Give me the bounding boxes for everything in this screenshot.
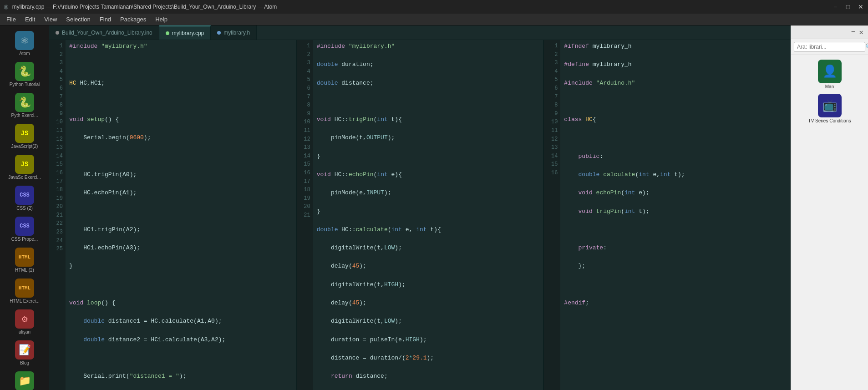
right-sidebar-close-button[interactable]: ✕ <box>857 28 865 37</box>
tab-dot-cpp <box>166 31 169 35</box>
menu-help[interactable]: Help <box>151 15 172 24</box>
rs-icon-tv[interactable]: 📺 TV Series Conditions <box>808 94 851 123</box>
search-input[interactable] <box>797 44 865 50</box>
tab-label-h: mylibrary.h <box>223 30 250 36</box>
right-sidebar-top: − ✕ <box>791 25 868 39</box>
rs-icon-man[interactable]: 👤 Man <box>818 60 842 89</box>
sidebar-item-blog[interactable]: 📝 Blog <box>4 339 45 368</box>
line-numbers-h: 123 456 789 101112 131415 16 <box>544 40 560 390</box>
don-icon: 📁 <box>15 371 34 390</box>
main: ⚛ Atom 🐍 Python Tutorial 🐍 Pyth Exerci..… <box>0 25 868 390</box>
editor-panel-h: 123 456 789 101112 131415 16 #ifndef myl… <box>544 40 791 390</box>
tab-label-ino: Build_Your_Own_Arduino_Library.ino <box>62 30 152 36</box>
menu-packages[interactable]: Packages <box>116 15 151 24</box>
code-area-h[interactable]: 123 456 789 101112 131415 16 #ifndef myl… <box>544 40 791 390</box>
editor-panel-ino: 123 456 789 101112 131415 161718 192021 … <box>49 40 297 390</box>
code-area-ino[interactable]: 123 456 789 101112 131415 161718 192021 … <box>49 40 296 390</box>
sidebar-item-don[interactable]: 📁 Don... <box>4 370 45 390</box>
css-prope-icon: CSS <box>15 217 34 236</box>
sidebar-label-css2: CSS (2) <box>16 206 33 211</box>
sidebar-item-python-tutorial[interactable]: 🐍 Python Tutorial <box>4 60 45 89</box>
editor-panels: 123 456 789 101112 131415 161718 192021 … <box>49 40 791 390</box>
js-exerci-icon: JS <box>15 155 34 174</box>
close-button[interactable]: ✕ <box>857 3 864 10</box>
sidebar-label-atom: Atom <box>19 51 30 56</box>
sidebar-label-python-tutorial: Python Tutorial <box>10 82 40 87</box>
minimize-button[interactable]: − <box>832 3 839 10</box>
rs-tv-label: TV Series Conditions <box>808 118 851 123</box>
tab-h[interactable]: mylibrary.h <box>211 25 257 40</box>
code-content-ino[interactable]: #include "mylibrary.h" HC HC,HC1; void s… <box>66 40 296 390</box>
editor-area: Build_Your_Own_Arduino_Library.ino mylib… <box>49 25 791 390</box>
js2-icon: JS <box>15 124 34 143</box>
sidebar-item-python-exerci[interactable]: 🐍 Pyth Exerci... <box>4 91 45 120</box>
code-area-cpp[interactable]: 123 456 789 101112 131415 161718 192021 … <box>297 40 543 390</box>
tab-dot-h <box>217 31 221 35</box>
atom-icon: ⚛ <box>4 2 9 12</box>
menu-find[interactable]: Find <box>95 15 116 24</box>
search-icon: 🔍 <box>865 43 868 51</box>
sidebar-item-javascript2[interactable]: JS JavaScript(2) <box>4 122 45 151</box>
man-icon: 👤 <box>818 60 842 83</box>
sidebar-label-alishan: alişan <box>19 329 30 335</box>
rs-man-label: Man <box>825 84 834 89</box>
titlebar: ⚛ mylibrary.cpp — F:\Arduino Projects Ta… <box>0 0 868 14</box>
tab-ino[interactable]: Build_Your_Own_Arduino_Library.ino <box>49 25 159 40</box>
sidebar-label-python-exerci: Pyth Exerci... <box>11 113 38 118</box>
sidebar-label-html-exerci: HTML Exerci... <box>10 299 40 304</box>
maximize-button[interactable]: □ <box>844 3 852 10</box>
tv-icon: 📺 <box>818 94 842 117</box>
menu-view[interactable]: View <box>40 15 61 24</box>
sidebar-item-css2[interactable]: CSS CSS (2) <box>4 184 45 213</box>
menu-selection[interactable]: Selection <box>61 15 95 24</box>
right-sidebar-icons: 👤 Man 📺 TV Series Conditions <box>791 55 868 128</box>
titlebar-controls: − □ ✕ <box>832 3 864 10</box>
sidebar: ⚛ Atom 🐍 Python Tutorial 🐍 Pyth Exerci..… <box>0 25 49 390</box>
python-tutorial-icon: 🐍 <box>15 62 34 81</box>
titlebar-title: mylibrary.cpp — F:\Arduino Projects Tama… <box>12 4 277 10</box>
sidebar-item-atom[interactable]: ⚛ Atom <box>4 29 45 58</box>
sidebar-item-html-exerci[interactable]: HTML HTML Exerci... <box>4 277 45 306</box>
tabbar: Build_Your_Own_Arduino_Library.ino mylib… <box>49 25 791 40</box>
sidebar-item-css-prope[interactable]: CSS CSS Prope... <box>4 215 45 244</box>
code-content-cpp[interactable]: #include "mylibrary.h" double duration; … <box>313 40 543 390</box>
sidebar-item-html2[interactable]: HTML HTML (2) <box>4 246 45 275</box>
menu-edit[interactable]: Edit <box>20 15 40 24</box>
sidebar-label-html2: HTML (2) <box>15 268 34 273</box>
python-exerci-icon: 🐍 <box>15 93 34 112</box>
sidebar-label-css-prope: CSS Prope... <box>11 237 38 242</box>
search-box: 🔍 <box>794 42 865 52</box>
search-area: 🔍 <box>791 39 868 55</box>
sidebar-item-js-exerci[interactable]: JS JavaSc Exerci... <box>4 153 45 182</box>
tab-label-cpp: mylibrary.cpp <box>172 30 204 36</box>
titlebar-left: ⚛ mylibrary.cpp — F:\Arduino Projects Ta… <box>4 2 277 12</box>
sidebar-item-alishan[interactable]: ⚙ alişan <box>4 308 45 337</box>
tab-cpp[interactable]: mylibrary.cpp <box>159 25 211 40</box>
css2-icon: CSS <box>15 186 34 205</box>
line-numbers-ino: 123 456 789 101112 131415 161718 192021 … <box>49 40 66 390</box>
alishan-icon: ⚙ <box>15 309 34 329</box>
right-sidebar-minimize-button[interactable]: − <box>849 28 858 36</box>
menubar: File Edit View Selection Find Packages H… <box>0 14 868 25</box>
menu-file[interactable]: File <box>2 15 20 24</box>
editor-panel-cpp: 123 456 789 101112 131415 161718 192021 … <box>297 40 544 390</box>
atom-app-icon: ⚛ <box>15 31 34 50</box>
html-exerci-icon: HTML <box>15 279 34 298</box>
blog-icon: 📝 <box>15 340 34 360</box>
sidebar-label-javascript2: JavaScript(2) <box>11 144 38 149</box>
html2-icon: HTML <box>15 248 34 267</box>
right-sidebar: − ✕ 🔍 👤 Man 📺 TV Series Conditions <box>791 25 868 390</box>
sidebar-label-js-exerci: JavaSc Exerci... <box>8 175 41 180</box>
sidebar-label-blog: Blog <box>20 360 29 366</box>
code-content-h[interactable]: #ifndef mylibrary_h #define mylibrary_h … <box>560 40 791 390</box>
line-numbers-cpp: 123 456 789 101112 131415 161718 192021 <box>297 40 313 390</box>
tab-dot-ino <box>56 31 59 35</box>
